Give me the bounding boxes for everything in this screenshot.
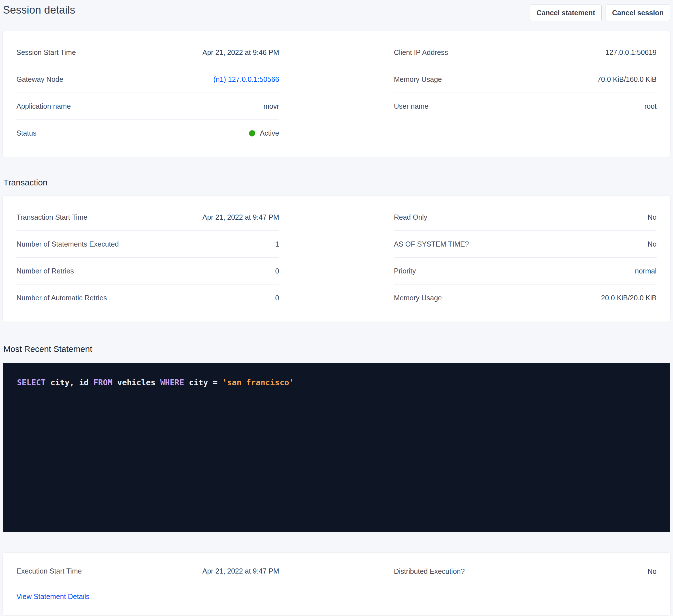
session-details-card: Session Start Time Apr 21, 2022 at 9:46 … (3, 31, 670, 157)
row-label: Memory Usage (394, 75, 442, 83)
statements-executed-row: Number of Statements Executed 1 (16, 231, 279, 258)
row-label: Number of Statements Executed (16, 240, 119, 248)
automatic-retries-row: Number of Automatic Retries 0 (16, 285, 279, 311)
status-text: Active (260, 129, 279, 137)
sql-keyword: SELECT (17, 378, 46, 387)
sql-keyword: WHERE (160, 378, 184, 387)
row-label: Application name (16, 102, 71, 110)
sql-plain: vehicles (113, 378, 160, 387)
row-label: Gateway Node (16, 75, 63, 83)
as-of-system-time-row: AS OF SYSTEM TIME? No (394, 231, 657, 258)
distributed-execution-row: Distributed Execution? No (394, 558, 657, 584)
cancel-statement-button[interactable]: Cancel statement (530, 5, 602, 21)
execution-card: Execution Start Time Apr 21, 2022 at 9:4… (3, 553, 670, 615)
sql-string-literal: 'san francisco' (222, 378, 294, 387)
row-label: Distributed Execution? (394, 567, 465, 576)
execution-card-right-column: Distributed Execution? No (394, 558, 657, 584)
row-label: Number of Automatic Retries (16, 294, 107, 302)
session-card-left-column: Session Start Time Apr 21, 2022 at 9:46 … (16, 39, 279, 146)
row-label: Number of Retries (16, 267, 74, 275)
row-value: 1 (275, 240, 279, 248)
row-label: User name (394, 102, 429, 110)
session-start-time-row: Session Start Time Apr 21, 2022 at 9:46 … (16, 39, 279, 66)
header-actions: Cancel statement Cancel session (530, 4, 670, 21)
row-label: Execution Start Time (16, 567, 82, 575)
row-label: AS OF SYSTEM TIME? (394, 240, 469, 248)
row-label: Status (16, 129, 36, 137)
row-value: 20.0 KiB/20.0 KiB (601, 294, 657, 302)
execution-start-time-row: Execution Start Time Apr 21, 2022 at 9:4… (16, 558, 279, 584)
gateway-node-link[interactable]: (n1) 127.0.0.1:50566 (213, 75, 279, 83)
transaction-start-time-row: Transaction Start Time Apr 21, 2022 at 9… (16, 204, 279, 231)
row-value: 0 (275, 294, 279, 302)
row-value: movr (263, 102, 279, 110)
most-recent-statement-heading: Most Recent Statement (3, 344, 670, 354)
row-label: Client IP Address (394, 48, 448, 57)
page-title: Session details (3, 4, 75, 16)
status-badge: Active (249, 129, 279, 137)
sql-plain: city = (184, 378, 222, 387)
cancel-session-button[interactable]: Cancel session (606, 5, 670, 21)
status-active-dot-icon (249, 130, 255, 136)
row-label: Memory Usage (394, 294, 442, 302)
row-label: Read Only (394, 213, 427, 221)
page: Session details Cancel statement Cancel … (0, 0, 673, 615)
row-value: normal (635, 267, 657, 275)
row-label: Transaction Start Time (16, 213, 87, 221)
row-value: No (648, 567, 657, 576)
sql-code-block: SELECT city, id FROM vehicles WHERE city… (3, 363, 670, 532)
client-ip-row: Client IP Address 127.0.0.1:50619 (394, 39, 657, 66)
row-label: Session Start Time (16, 48, 76, 57)
row-value: Apr 21, 2022 at 9:47 PM (202, 567, 279, 575)
row-label: Priority (394, 267, 416, 275)
status-row: Status Active (16, 120, 279, 146)
user-name-row: User name root (394, 93, 657, 120)
execution-card-left-column: Execution Start Time Apr 21, 2022 at 9:4… (16, 558, 279, 609)
gateway-node-row: Gateway Node (n1) 127.0.0.1:50566 (16, 66, 279, 93)
transaction-memory-usage-row: Memory Usage 20.0 KiB/20.0 KiB (394, 285, 657, 311)
read-only-row: Read Only No (394, 204, 657, 231)
transaction-card-left-column: Transaction Start Time Apr 21, 2022 at 9… (16, 204, 279, 311)
session-card-right-column: Client IP Address 127.0.0.1:50619 Memory… (394, 39, 657, 120)
sql-keyword: FROM (93, 378, 113, 387)
priority-row: Priority normal (394, 258, 657, 285)
application-name-row: Application name movr (16, 93, 279, 120)
row-value: Apr 21, 2022 at 9:46 PM (202, 48, 279, 57)
transaction-card-right-column: Read Only No AS OF SYSTEM TIME? No Prior… (394, 204, 657, 311)
view-statement-details-link[interactable]: View Statement Details (16, 593, 89, 601)
row-value: root (644, 102, 657, 110)
row-value: Apr 21, 2022 at 9:47 PM (202, 213, 279, 221)
session-memory-usage-row: Memory Usage 70.0 KiB/160.0 KiB (394, 66, 657, 93)
row-value: 70.0 KiB/160.0 KiB (597, 75, 657, 83)
page-header: Session details Cancel statement Cancel … (3, 4, 670, 21)
number-of-retries-row: Number of Retries 0 (16, 258, 279, 285)
transaction-section-heading: Transaction (3, 178, 670, 188)
row-value: No (648, 240, 657, 248)
row-value: 0 (275, 267, 279, 275)
view-statement-details-row: View Statement Details (16, 584, 279, 609)
sql-statement: SELECT city, id FROM vehicles WHERE city… (17, 378, 294, 387)
transaction-card: Transaction Start Time Apr 21, 2022 at 9… (3, 196, 670, 322)
row-value: No (648, 213, 657, 221)
row-value: 127.0.0.1:50619 (605, 48, 657, 57)
sql-plain: city, id (46, 378, 93, 387)
